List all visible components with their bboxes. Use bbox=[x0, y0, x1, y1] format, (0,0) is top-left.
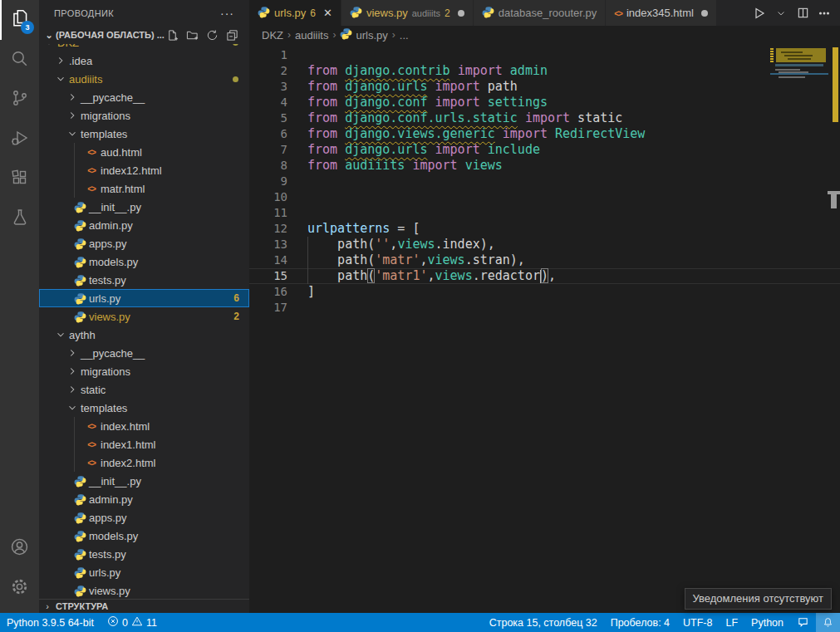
tree-item-index1-html[interactable]: <>index1.html bbox=[39, 435, 249, 453]
indent-guide bbox=[74, 417, 75, 435]
tree-item-templates[interactable]: templates bbox=[39, 125, 249, 143]
new-folder-icon[interactable] bbox=[184, 27, 199, 42]
chevron-right-icon bbox=[54, 55, 67, 66]
tree-item-aythh[interactable]: aythh bbox=[39, 326, 249, 344]
encoding-status[interactable]: UTF-8 bbox=[676, 613, 719, 632]
code-line-14[interactable]: 14 path('matr',views.stran), bbox=[249, 252, 840, 268]
indent-guide bbox=[74, 161, 75, 179]
python-interpreter-status[interactable]: Python 3.9.5 64-bit bbox=[0, 613, 101, 632]
python-file-icon bbox=[72, 256, 87, 268]
code-line-16[interactable]: 16] bbox=[249, 284, 840, 300]
activity-account-button[interactable] bbox=[0, 528, 39, 568]
chevron-down-icon[interactable] bbox=[772, 4, 790, 22]
chevron-down-icon bbox=[54, 329, 67, 340]
cursor-position-status[interactable]: Строка 15, столбец 32 bbox=[483, 613, 604, 632]
tree-item--pycache-[interactable]: __pycache__ bbox=[39, 344, 249, 362]
code-line-15[interactable]: 15 path('matr1',views.redactor), bbox=[249, 268, 840, 284]
tab-database-roouter-py[interactable]: database_roouter.py bbox=[474, 0, 607, 26]
notifications-bell-icon[interactable] bbox=[816, 613, 840, 632]
code-line-6[interactable]: 6from django.views.generic import Redire… bbox=[249, 126, 840, 142]
ellipsis-icon[interactable] bbox=[815, 4, 833, 22]
tab-label: views.py bbox=[366, 7, 408, 19]
tree-item-aud-html[interactable]: <>aud.html bbox=[39, 143, 249, 161]
outline-section-header[interactable]: › СТРУКТУРА bbox=[39, 599, 249, 613]
tree-item-templates[interactable]: templates bbox=[39, 399, 249, 417]
eol-status[interactable]: LF bbox=[719, 613, 744, 632]
tree-item-tests-py[interactable]: tests.py bbox=[39, 271, 249, 289]
tree-item-models-py[interactable]: models.py bbox=[39, 527, 249, 545]
line-number: 4 bbox=[249, 95, 287, 110]
activity-search-button[interactable] bbox=[0, 40, 39, 80]
code-line-5[interactable]: 5from django.conf.urls.static import sta… bbox=[249, 110, 840, 126]
tree-item-index12-html[interactable]: <>index12.html bbox=[39, 161, 249, 179]
explorer-more-actions-icon[interactable]: ··· bbox=[220, 7, 234, 20]
tab-urls-py[interactable]: urls.py6✕ bbox=[249, 0, 341, 26]
tree-item-matr-html[interactable]: <>matr.html bbox=[39, 179, 249, 198]
feedback-icon[interactable] bbox=[790, 613, 816, 632]
tab-views-py[interactable]: views.pyaudiiits2 bbox=[341, 0, 474, 26]
chevron-right-icon bbox=[66, 365, 79, 377]
split-icon[interactable] bbox=[793, 4, 812, 22]
workspace-label: (РАБОЧАЯ ОБЛАСТЬ) ... bbox=[56, 30, 165, 40]
activity-source-control-button[interactable] bbox=[0, 80, 39, 120]
chevron-right-icon bbox=[66, 110, 79, 121]
tree-item-migrations[interactable]: migrations bbox=[39, 106, 249, 125]
tree-item-migrations[interactable]: migrations bbox=[39, 362, 249, 380]
tree-item-index-html[interactable]: <>index.html bbox=[39, 417, 249, 435]
refresh-icon[interactable] bbox=[204, 27, 219, 42]
tab-index345-html[interactable]: <>index345.html bbox=[606, 0, 717, 26]
tree-item--init-py[interactable]: __init__.py bbox=[39, 472, 249, 490]
problems-count-badge: 6 bbox=[233, 292, 249, 304]
code-line-3[interactable]: 3from django.urls import path bbox=[249, 79, 840, 95]
code-line-2[interactable]: 2from django.contrib import admin bbox=[249, 63, 840, 79]
code-line-12[interactable]: 12urlpatterns = [ bbox=[249, 221, 840, 237]
tree-item-views-py[interactable]: views.py2 bbox=[39, 307, 249, 326]
tree-item-apps-py[interactable]: apps.py bbox=[39, 508, 249, 527]
tree-item-dkz[interactable]: DKZ bbox=[39, 44, 249, 51]
problems-status[interactable]: 0 11 bbox=[101, 613, 164, 632]
code-line-10[interactable]: 10 bbox=[249, 189, 840, 205]
tree-item-urls-py[interactable]: urls.py6 bbox=[39, 289, 249, 307]
code-editor[interactable]: 12from django.contrib import admin3from … bbox=[249, 44, 840, 613]
tree-item--idea[interactable]: .idea bbox=[39, 51, 249, 70]
tree-item-views-py[interactable]: views.py bbox=[39, 581, 249, 599]
code-line-7[interactable]: 7from django.urls import include bbox=[249, 142, 840, 158]
tree-item-models-py[interactable]: models.py bbox=[39, 252, 249, 271]
tree-item--pycache-[interactable]: __pycache__ bbox=[39, 88, 249, 106]
code-line-17[interactable]: 17 bbox=[249, 300, 840, 316]
play-icon[interactable] bbox=[750, 4, 769, 22]
workspace-section-header[interactable]: ⌄ (РАБОЧАЯ ОБЛАСТЬ) ... bbox=[39, 26, 249, 44]
indentation-status[interactable]: Пробелов: 4 bbox=[604, 613, 676, 632]
collapse-all-icon[interactable] bbox=[224, 27, 239, 42]
tree-item--init-py[interactable]: __init__.py bbox=[39, 198, 249, 216]
activity-run-debug-button[interactable] bbox=[0, 120, 39, 159]
activity-settings-button[interactable] bbox=[0, 568, 39, 608]
html-file-icon: <> bbox=[84, 184, 99, 194]
activity-testing-button[interactable] bbox=[0, 199, 39, 239]
tree-item-urls-py[interactable]: urls.py bbox=[39, 563, 249, 581]
activity-extensions-button[interactable] bbox=[0, 159, 39, 199]
code-line-11[interactable]: 11 bbox=[249, 205, 840, 221]
activity-explorer-button[interactable]: 3 bbox=[0, 0, 39, 40]
code-line-4[interactable]: 4from django.conf import settings bbox=[249, 95, 840, 110]
tree-item-admin-py[interactable]: admin.py bbox=[39, 490, 249, 508]
breadcrumb-item[interactable]: DKZ bbox=[262, 29, 283, 42]
minimap[interactable] bbox=[770, 47, 828, 255]
tree-item-index2-html[interactable]: <>index2.html bbox=[39, 453, 249, 472]
tree-item-static[interactable]: static bbox=[39, 380, 249, 399]
breadcrumb-item[interactable]: ... bbox=[400, 29, 409, 42]
breadcrumb-item[interactable]: audiiits bbox=[295, 29, 328, 42]
tree-item-admin-py[interactable]: admin.py bbox=[39, 216, 249, 234]
tree-item-tests-py[interactable]: tests.py bbox=[39, 545, 249, 563]
code-line-8[interactable]: 8from audiiits import views bbox=[249, 158, 840, 174]
tree-item-audiiits[interactable]: audiiits bbox=[39, 70, 249, 88]
tree-item-apps-py[interactable]: apps.py bbox=[39, 234, 249, 252]
close-icon[interactable]: ✕ bbox=[323, 7, 332, 19]
code-line-1[interactable]: 1 bbox=[249, 47, 840, 63]
breadcrumb-item[interactable]: urls.py bbox=[340, 27, 387, 42]
language-mode-status[interactable]: Python bbox=[744, 613, 790, 632]
code-line-13[interactable]: 13 path('',views.index), bbox=[249, 237, 840, 252]
overview-ruler[interactable] bbox=[828, 47, 840, 613]
code-line-9[interactable]: 9 bbox=[249, 174, 840, 189]
new-file-icon[interactable] bbox=[165, 27, 179, 42]
